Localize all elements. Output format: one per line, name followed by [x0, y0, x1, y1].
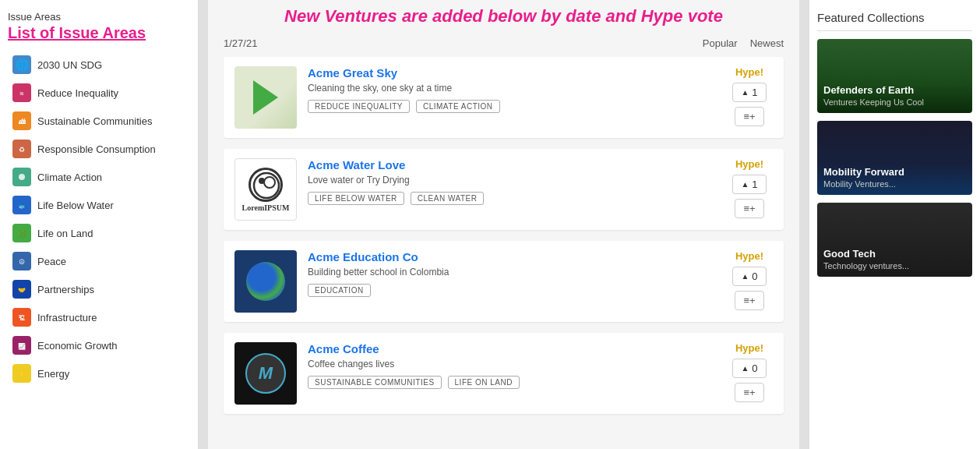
sidebar-label-life-on-land: Life on Land: [37, 228, 93, 239]
sidebar-item-infrastructure[interactable]: 🏗 Infrastructure: [8, 304, 190, 331]
hype-count-2: 1: [752, 179, 757, 190]
venture-tags-acme-great-sky: REDUCE INEQUALITY CLIMATE ACTION: [308, 100, 715, 113]
hype-label-1: Hype!: [735, 66, 763, 78]
tag-clean-water[interactable]: CLEAN WATER: [411, 192, 485, 205]
collection-card-mobility-forward[interactable]: Mobility Forward Mobility Ventures...: [817, 121, 972, 195]
issue-areas-label: Issue Areas: [8, 11, 190, 23]
hype-vote-button-3[interactable]: ▲ 0: [732, 267, 766, 286]
hype-vote-button-4[interactable]: ▲ 0: [732, 359, 766, 378]
venture-hype-acme-coffee: Hype! ▲ 0 ≡+: [726, 342, 773, 402]
earth-globe-icon: [246, 262, 285, 301]
tag-sustainable-communities[interactable]: SUSTAINABLE COMMUNITIES: [308, 376, 442, 389]
venture-hype-acme-education-co: Hype! ▲ 0 ≡+: [726, 250, 773, 310]
economic-icon: 📈: [12, 336, 31, 355]
hype-count-4: 0: [752, 362, 757, 374]
sidebar-item-peace[interactable]: ☮ Peace: [8, 248, 190, 274]
hype-label-2: Hype!: [735, 158, 763, 170]
venture-tagline-acme-coffee: Coffee changes lives: [308, 359, 715, 369]
date-label: 1/27/21: [224, 37, 257, 49]
venture-card-acme-water-love: LoremIPSUM Acme Water Love Love water or…: [224, 149, 784, 230]
tag-education[interactable]: EDUCATION: [308, 284, 371, 297]
collection-sub-defenders: Ventures Keeping Us Cool: [823, 97, 924, 107]
list-of-issue-areas-title: List of Issue Areas: [8, 24, 190, 42]
venture-tags-acme-coffee: SUSTAINABLE COMMUNITIES LIFE ON LAND: [308, 376, 715, 389]
tag-life-on-land[interactable]: LIFE ON LAND: [448, 376, 520, 389]
sidebar-label-economic-growth: Economic Growth: [37, 340, 118, 352]
sidebar-item-sustainable-communities[interactable]: 🏙 Sustainable Communities: [8, 108, 190, 134]
climate-icon: [12, 168, 31, 186]
hype-menu-2[interactable]: ≡+: [735, 199, 763, 218]
hype-menu-3[interactable]: ≡+: [735, 291, 763, 310]
m-logo-icon: M: [245, 353, 286, 394]
sidebar-item-economic-growth[interactable]: 📈 Economic Growth: [8, 332, 190, 359]
sidebar-item-life-on-land[interactable]: 🌿 Life on Land: [8, 220, 190, 246]
right-divider: [799, 0, 809, 449]
date-sort-row: 1/27/21 Popular Newest: [224, 31, 784, 57]
venture-name-acme-water-love[interactable]: Acme Water Love: [308, 158, 715, 171]
sidebar-item-partnerships[interactable]: 🤝 Partnerships: [8, 276, 190, 302]
banner-heading: New Ventures are added below by date and…: [224, 6, 784, 27]
collection-card-good-tech[interactable]: Good Tech Technology ventures...: [817, 203, 972, 277]
tag-reduce-inequality[interactable]: REDUCE INEQUALITY: [308, 100, 410, 113]
hype-label-4: Hype!: [735, 342, 763, 354]
sidebar-label-partnerships: Partnerships: [37, 284, 94, 295]
venture-name-acme-education-co[interactable]: Acme Education Co: [308, 250, 715, 263]
collection-sub-mobility: Mobility Ventures...: [823, 179, 904, 189]
collection-bg-defenders: Defenders of Earth Ventures Keeping Us C…: [817, 39, 972, 113]
collection-text-mobility: Mobility Forward Mobility Ventures...: [823, 166, 904, 189]
hype-vote-button-2[interactable]: ▲ 1: [732, 175, 766, 194]
venture-hype-acme-great-sky: Hype! ▲ 1 ≡+: [726, 66, 773, 126]
sidebar-item-responsible-consumption[interactable]: ♻ Responsible Consumption: [8, 136, 190, 162]
svg-text:⚡: ⚡: [18, 369, 27, 379]
sidebar-label-peace: Peace: [37, 256, 66, 267]
venture-hype-acme-water-love: Hype! ▲ 1 ≡+: [726, 158, 773, 218]
venture-card-acme-coffee: M Acme Coffee Coffee changes lives SUSTA…: [224, 333, 784, 414]
upvote-arrow-2: ▲: [741, 180, 749, 189]
lifeland-icon: 🌿: [12, 224, 31, 242]
venture-tagline-acme-education-co: Building better school in Colombia: [308, 267, 715, 278]
upvote-arrow-4: ▲: [741, 364, 749, 373]
collection-text-defenders: Defenders of Earth Ventures Keeping Us C…: [823, 84, 924, 107]
water-circle-icon: [249, 168, 283, 202]
sort-popular[interactable]: Popular: [703, 37, 738, 49]
hype-vote-button-1[interactable]: ▲ 1: [732, 83, 766, 102]
upvote-arrow-3: ▲: [741, 272, 749, 281]
venture-card-acme-education-co: Acme Education Co Building better school…: [224, 241, 784, 322]
infrastructure-icon: 🏗: [12, 308, 31, 327]
sort-options: Popular Newest: [703, 37, 784, 49]
hype-count-1: 1: [752, 87, 757, 98]
sidebar-item-energy[interactable]: ⚡ Energy: [8, 360, 190, 387]
venture-info-acme-education-co: Acme Education Co Building better school…: [308, 250, 715, 297]
hype-menu-4[interactable]: ≡+: [735, 383, 763, 402]
sidebar-item-life-below-water[interactable]: 🐟 Life Below Water: [8, 192, 190, 218]
main-content: New Ventures are added below by date and…: [208, 0, 799, 449]
collection-card-defenders-earth[interactable]: Defenders of Earth Ventures Keeping Us C…: [817, 39, 972, 113]
venture-logo-acme-education-co: [234, 250, 297, 313]
svg-point-23: [264, 177, 275, 188]
sidebar-label-responsible-consumption: Responsible Consumption: [37, 143, 156, 155]
collection-bg-goodtech: Good Tech Technology ventures...: [817, 203, 972, 277]
collection-name-mobility: Mobility Forward: [823, 166, 904, 179]
venture-logo-acme-water-love: LoremIPSUM: [234, 158, 297, 221]
hype-menu-1[interactable]: ≡+: [735, 107, 763, 126]
svg-text:🏗: 🏗: [19, 315, 25, 322]
sidebar-item-2030-un-sdg[interactable]: 🌐 2030 UN SDG: [8, 51, 190, 78]
banner: New Ventures are added below by date and…: [208, 0, 799, 31]
tag-life-below-water[interactable]: LIFE BELOW WATER: [308, 192, 404, 205]
sidebar-item-reduce-inequality[interactable]: ≈ Reduce Inequality: [8, 80, 190, 106]
collection-name-goodtech: Good Tech: [823, 248, 909, 261]
upvote-arrow-1: ▲: [741, 88, 749, 97]
venture-logo-acme-coffee: M: [234, 342, 297, 405]
sidebar-item-climate-action[interactable]: Climate Action: [8, 164, 190, 190]
collection-bg-mobility: Mobility Forward Mobility Ventures...: [817, 121, 972, 195]
tag-climate-action[interactable]: CLIMATE ACTION: [416, 100, 500, 113]
venture-name-acme-coffee[interactable]: Acme Coffee: [308, 342, 715, 355]
svg-text:☮: ☮: [19, 258, 25, 266]
collection-text-goodtech: Good Tech Technology ventures...: [823, 248, 909, 270]
globe-icon: 🌐: [12, 55, 31, 74]
sort-newest[interactable]: Newest: [750, 37, 784, 49]
sidebar-label-2030-un-sdg: 2030 UN SDG: [37, 59, 102, 71]
collection-name-defenders: Defenders of Earth: [823, 84, 924, 97]
svg-text:🐟: 🐟: [18, 201, 27, 210]
venture-name-acme-great-sky[interactable]: Acme Great Sky: [308, 66, 715, 80]
